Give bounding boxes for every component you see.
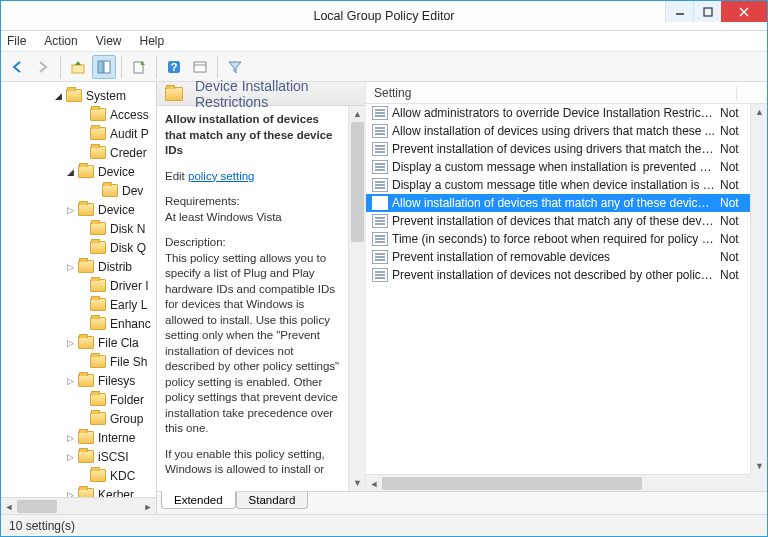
expander-icon[interactable]: ▷ bbox=[65, 432, 76, 443]
minimize-button[interactable] bbox=[665, 1, 693, 22]
list-item-state: Not bbox=[720, 250, 750, 264]
list-item-state: Not bbox=[720, 142, 750, 156]
folder-icon bbox=[165, 87, 183, 101]
help-button[interactable]: ? bbox=[162, 55, 186, 79]
svg-rect-5 bbox=[98, 61, 103, 73]
folder-icon bbox=[90, 279, 106, 292]
list-item[interactable]: Time (in seconds) to force reboot when r… bbox=[366, 230, 750, 248]
tree-item[interactable]: ▷Distrib bbox=[1, 257, 156, 276]
expander-spacer bbox=[77, 128, 88, 139]
tree-item[interactable]: Creder bbox=[1, 143, 156, 162]
tree-item-label: Enhanc bbox=[110, 317, 151, 331]
selected-policy-title: Allow installation of devices that match… bbox=[165, 112, 340, 159]
list-item[interactable]: Prevent installation of devices using dr… bbox=[366, 140, 750, 158]
tree-item[interactable]: ▷iSCSI bbox=[1, 447, 156, 466]
tree-item[interactable]: KDC bbox=[1, 466, 156, 485]
tree-item[interactable]: ▷Kerber bbox=[1, 485, 156, 497]
back-button[interactable] bbox=[5, 55, 29, 79]
expander-icon[interactable]: ▷ bbox=[65, 489, 76, 497]
tab-standard[interactable]: Standard bbox=[236, 492, 309, 509]
expander-icon[interactable]: ▷ bbox=[65, 204, 76, 215]
tree-item[interactable]: Disk N bbox=[1, 219, 156, 238]
list-item-state: Not bbox=[720, 196, 750, 210]
tree-item[interactable]: ◢Device bbox=[1, 162, 156, 181]
tree-item[interactable]: Group bbox=[1, 409, 156, 428]
tree-item[interactable]: ◢System bbox=[1, 86, 156, 105]
tree-hscrollbar[interactable]: ◄► bbox=[1, 497, 156, 514]
list-item[interactable]: Prevent installation of devices that mat… bbox=[366, 212, 750, 230]
list-item-label: Allow installation of devices using driv… bbox=[392, 124, 720, 138]
expander-icon[interactable]: ▷ bbox=[65, 375, 76, 386]
list-item[interactable]: Allow administrators to override Device … bbox=[366, 104, 750, 122]
expander-icon[interactable]: ◢ bbox=[53, 90, 64, 101]
forward-button[interactable] bbox=[31, 55, 55, 79]
folder-icon bbox=[90, 127, 106, 140]
list-item[interactable]: Prevent installation of devices not desc… bbox=[366, 266, 750, 284]
list-item-state: Not bbox=[720, 106, 750, 120]
tree-item-label: iSCSI bbox=[98, 450, 129, 464]
expander-spacer bbox=[77, 280, 88, 291]
maximize-button[interactable] bbox=[693, 1, 721, 22]
list-item-state: Not bbox=[720, 232, 750, 246]
menu-action[interactable]: Action bbox=[44, 34, 77, 48]
details-pane: Device Installation Restrictions Allow i… bbox=[157, 82, 365, 491]
tree-item[interactable]: Driver I bbox=[1, 276, 156, 295]
folder-icon bbox=[78, 260, 94, 273]
list-item-label: Prevent installation of devices that mat… bbox=[392, 214, 720, 228]
expander-icon[interactable]: ▷ bbox=[65, 261, 76, 272]
tree-item[interactable]: Disk Q bbox=[1, 238, 156, 257]
settings-list[interactable]: Allow administrators to override Device … bbox=[366, 104, 750, 474]
expander-icon[interactable]: ◢ bbox=[65, 166, 76, 177]
list-item[interactable]: Display a custom message when installati… bbox=[366, 158, 750, 176]
menu-file[interactable]: File bbox=[7, 34, 26, 48]
description-text: This policy setting allows you to specif… bbox=[165, 251, 340, 437]
tree-item[interactable]: File Sh bbox=[1, 352, 156, 371]
list-item[interactable]: Allow installation of devices using driv… bbox=[366, 122, 750, 140]
tree-item-label: Group bbox=[110, 412, 143, 426]
list-vscrollbar[interactable]: ▲▼ bbox=[750, 104, 767, 474]
expander-icon[interactable]: ▷ bbox=[65, 451, 76, 462]
properties-button[interactable] bbox=[188, 55, 212, 79]
column-setting[interactable]: Setting bbox=[366, 86, 737, 100]
tree-item-label: File Sh bbox=[110, 355, 147, 369]
filter-button[interactable] bbox=[223, 55, 247, 79]
policy-icon bbox=[372, 214, 388, 228]
folder-icon bbox=[78, 431, 94, 444]
tree-item[interactable]: Dev bbox=[1, 181, 156, 200]
list-item[interactable]: Prevent installation of removable device… bbox=[366, 248, 750, 266]
tree-item[interactable]: ▷Filesys bbox=[1, 371, 156, 390]
list-item[interactable]: Allow installation of devices that match… bbox=[366, 194, 750, 212]
close-button[interactable] bbox=[721, 1, 767, 22]
edit-policy-link[interactable]: policy setting bbox=[188, 170, 254, 182]
tree-panel: ◢SystemAccessAudit PCreder◢DeviceDev▷Dev… bbox=[1, 82, 157, 514]
tree-item[interactable]: Early L bbox=[1, 295, 156, 314]
expander-icon[interactable]: ▷ bbox=[65, 337, 76, 348]
list-header[interactable]: Setting bbox=[366, 82, 767, 104]
app-window: Local Group Policy Editor File Action Vi… bbox=[0, 0, 768, 537]
list-hscrollbar[interactable]: ◄► bbox=[366, 474, 767, 491]
tree-item[interactable]: ▷Interne bbox=[1, 428, 156, 447]
list-item[interactable]: Display a custom message title when devi… bbox=[366, 176, 750, 194]
tree-item-label: File Cla bbox=[98, 336, 139, 350]
folder-icon bbox=[90, 393, 106, 406]
tree-item-label: Early L bbox=[110, 298, 147, 312]
tree-item[interactable]: Folder bbox=[1, 390, 156, 409]
policy-icon bbox=[372, 124, 388, 138]
tree[interactable]: ◢SystemAccessAudit PCreder◢DeviceDev▷Dev… bbox=[1, 82, 156, 497]
tab-extended[interactable]: Extended bbox=[161, 491, 236, 509]
edit-prefix: Edit bbox=[165, 170, 188, 182]
policy-icon bbox=[372, 268, 388, 282]
expander-spacer bbox=[77, 413, 88, 424]
up-button[interactable] bbox=[66, 55, 90, 79]
menu-help[interactable]: Help bbox=[140, 34, 165, 48]
show-tree-button[interactable] bbox=[92, 55, 116, 79]
titlebar[interactable]: Local Group Policy Editor bbox=[1, 1, 767, 31]
tree-item[interactable]: ▷Device bbox=[1, 200, 156, 219]
menu-view[interactable]: View bbox=[96, 34, 122, 48]
details-vscrollbar[interactable]: ▲▼ bbox=[348, 106, 365, 491]
tree-item[interactable]: Enhanc bbox=[1, 314, 156, 333]
export-button[interactable] bbox=[127, 55, 151, 79]
tree-item[interactable]: ▷File Cla bbox=[1, 333, 156, 352]
tree-item[interactable]: Audit P bbox=[1, 124, 156, 143]
tree-item[interactable]: Access bbox=[1, 105, 156, 124]
